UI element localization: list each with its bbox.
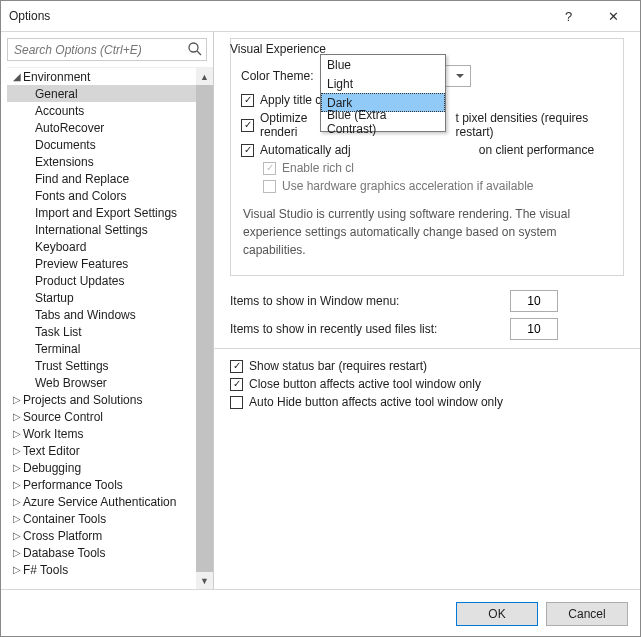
tree-item-accounts[interactable]: Accounts (7, 102, 213, 119)
auto-adjust-tail: on client performance (479, 143, 594, 157)
tree-item-text-editor[interactable]: ▷Text Editor (7, 442, 213, 459)
scroll-thumb[interactable] (196, 85, 213, 572)
tree-item-find-and-replace[interactable]: Find and Replace (7, 170, 213, 187)
autohide-affects-label: Auto Hide button affects active tool win… (249, 395, 503, 409)
optimize-rendering-checkbox[interactable]: ✓ (241, 119, 254, 132)
tree-item-international-settings[interactable]: International Settings (7, 221, 213, 238)
chevron-right-icon: ▷ (11, 513, 23, 524)
search-icon[interactable] (187, 41, 203, 57)
enable-rich-label: Enable rich cl (282, 161, 354, 175)
tree-item-import-and-export-settings[interactable]: Import and Export Settings (7, 204, 213, 221)
tree-item-performance-tools[interactable]: ▷Performance Tools (7, 476, 213, 493)
tree-item-source-control[interactable]: ▷Source Control (7, 408, 213, 425)
rendering-info: Visual Studio is currently using softwar… (243, 205, 611, 259)
tree-item-environment[interactable]: ◢Environment (7, 68, 213, 85)
tree-item-database-tools[interactable]: ▷Database Tools (7, 544, 213, 561)
close-button[interactable]: ✕ (591, 2, 636, 30)
chevron-down-icon: ◢ (11, 71, 23, 82)
theme-option-blue[interactable]: Blue (321, 55, 445, 74)
tree-scrollbar[interactable]: ▲ ▼ (196, 68, 213, 589)
tree-item-keyboard[interactable]: Keyboard (7, 238, 213, 255)
items-recent-label: Items to show in recently used files lis… (230, 322, 510, 336)
tree-item-container-tools[interactable]: ▷Container Tools (7, 510, 213, 527)
show-status-bar-label: Show status bar (requires restart) (249, 359, 427, 373)
tree-item-terminal[interactable]: Terminal (7, 340, 213, 357)
tree-item-general[interactable]: General (7, 85, 213, 102)
tree-item-fonts-and-colors[interactable]: Fonts and Colors (7, 187, 213, 204)
help-button[interactable]: ? (546, 2, 591, 30)
optimize-rendering-tail: t pixel densities (requires restart) (455, 111, 613, 139)
tree-item-debugging[interactable]: ▷Debugging (7, 459, 213, 476)
main-panel: Visual Experience Color Theme: Blue ✓ Ap… (214, 32, 640, 589)
scroll-up-icon[interactable]: ▲ (196, 68, 213, 85)
auto-adjust-label: Automatically adj (260, 143, 351, 157)
chevron-right-icon: ▷ (11, 462, 23, 473)
scroll-down-icon[interactable]: ▼ (196, 572, 213, 589)
items-window-menu-label: Items to show in Window menu: (230, 294, 510, 308)
chevron-right-icon: ▷ (11, 530, 23, 541)
enable-rich-checkbox: ✓ (263, 162, 276, 175)
svg-line-1 (197, 51, 201, 55)
cancel-button[interactable]: Cancel (546, 602, 628, 626)
tree-item-documents[interactable]: Documents (7, 136, 213, 153)
chevron-right-icon: ▷ (11, 411, 23, 422)
close-button-affects-checkbox[interactable]: ✓ (230, 378, 243, 391)
tree-item-extensions[interactable]: Extensions (7, 153, 213, 170)
tree-item-tabs-and-windows[interactable]: Tabs and Windows (7, 306, 213, 323)
tree-item-product-updates[interactable]: Product Updates (7, 272, 213, 289)
tree-item-autorecover[interactable]: AutoRecover (7, 119, 213, 136)
ok-button[interactable]: OK (456, 602, 538, 626)
chevron-right-icon: ▷ (11, 394, 23, 405)
auto-adjust-checkbox[interactable]: ✓ (241, 144, 254, 157)
tree-item-projects-and-solutions[interactable]: ▷Projects and Solutions (7, 391, 213, 408)
chevron-right-icon: ▷ (11, 479, 23, 490)
show-status-bar-checkbox[interactable]: ✓ (230, 360, 243, 373)
items-window-menu-input[interactable] (510, 290, 558, 312)
tree-item-trust-settings[interactable]: Trust Settings (7, 357, 213, 374)
window-title: Options (9, 9, 546, 23)
theme-option-light[interactable]: Light (321, 74, 445, 93)
hw-accel-label: Use hardware graphics acceleration if av… (282, 179, 533, 193)
sidebar: ◢EnvironmentGeneralAccountsAutoRecoverDo… (1, 32, 214, 589)
tree-item-startup[interactable]: Startup (7, 289, 213, 306)
chevron-right-icon: ▷ (11, 564, 23, 575)
tree-item-preview-features[interactable]: Preview Features (7, 255, 213, 272)
tree-item-f-tools[interactable]: ▷F# Tools (7, 561, 213, 578)
chevron-right-icon: ▷ (11, 496, 23, 507)
chevron-right-icon: ▷ (11, 547, 23, 558)
tree-item-cross-platform[interactable]: ▷Cross Platform (7, 527, 213, 544)
visual-experience-fieldset: Color Theme: Blue ✓ Apply title case s ✓… (230, 38, 624, 276)
items-recent-input[interactable] (510, 318, 558, 340)
apply-title-case-checkbox[interactable]: ✓ (241, 94, 254, 107)
hw-accel-checkbox (263, 180, 276, 193)
svg-point-0 (189, 43, 198, 52)
tree-item-web-browser[interactable]: Web Browser (7, 374, 213, 391)
tree-item-work-items[interactable]: ▷Work Items (7, 425, 213, 442)
theme-option-blue-extra-contrast-[interactable]: Blue (Extra Contrast) (321, 112, 445, 131)
color-theme-dropdown[interactable]: BlueLightDarkBlue (Extra Contrast) (320, 54, 446, 132)
search-input[interactable] (7, 38, 207, 61)
tree-item-task-list[interactable]: Task List (7, 323, 213, 340)
chevron-right-icon: ▷ (11, 445, 23, 456)
autohide-affects-checkbox[interactable] (230, 396, 243, 409)
settings-tree[interactable]: ◢EnvironmentGeneralAccountsAutoRecoverDo… (7, 67, 213, 589)
tree-item-azure-service-authentication[interactable]: ▷Azure Service Authentication (7, 493, 213, 510)
close-button-affects-label: Close button affects active tool window … (249, 377, 481, 391)
chevron-right-icon: ▷ (11, 428, 23, 439)
